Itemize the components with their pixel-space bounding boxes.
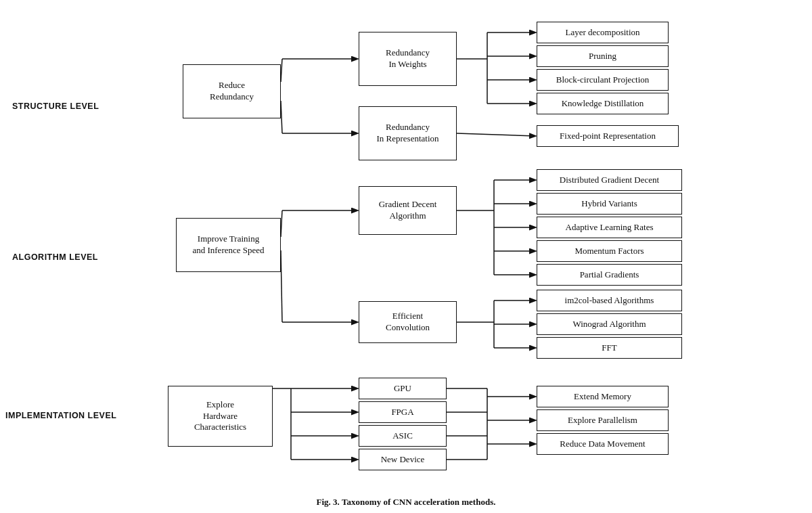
fft-box: FFT (537, 337, 682, 359)
caption-text: Taxonomy of CNN acceleration methods. (342, 497, 495, 507)
explore-parallelism-box: Explore Parallelism (537, 409, 669, 431)
block-circulant-box: Block-circulant Projection (537, 69, 669, 91)
fpga-box: FPGA (359, 401, 447, 423)
knowledge-distillation-box: Knowledge Distillation (537, 93, 669, 114)
layer-decomposition-box: Layer decomposition (537, 22, 669, 43)
extend-memory-box: Extend Memory (537, 386, 669, 407)
figure-caption: Fig. 3. Taxonomy of CNN acceleration met… (0, 497, 812, 508)
redundancy-in-representation-box: RedundancyIn Representation (359, 106, 457, 160)
structure-level-label: STRUCTURE LEVEL (12, 102, 99, 111)
implementation-level-label: IMPLEMENTATION LEVEL (5, 411, 116, 420)
improve-training-box: Improve Trainingand Inference Speed (176, 218, 281, 272)
gpu-box: GPU (359, 378, 447, 399)
efficient-convolution-box: EfficientConvolution (359, 301, 457, 343)
caption-bold: Fig. 3. (317, 497, 340, 507)
explore-hardware-box: ExploreHardwareCharacteristics (168, 386, 273, 447)
redundancy-in-weights-box: RedundancyIn Weights (359, 32, 457, 86)
svg-line-11 (281, 210, 282, 237)
svg-line-0 (281, 59, 282, 82)
diagram-container: STRUCTURE LEVEL ALGORITHM LEVEL IMPLEMEN… (0, 0, 812, 513)
adaptive-lr-box: Adaptive Learning Rates (537, 217, 682, 238)
winograd-box: Winograd Algorithm (537, 313, 682, 335)
svg-line-13 (281, 250, 282, 322)
reduce-redundancy-box: ReduceRedundancy (183, 64, 281, 118)
distributed-gradient-box: Distributed Gradient Decent (537, 169, 682, 191)
pruning-box: Pruning (537, 45, 669, 67)
hybrid-variants-box: Hybrid Variants (537, 193, 682, 215)
partial-gradients-box: Partial Gradients (537, 264, 682, 286)
svg-line-10 (457, 133, 535, 136)
fixed-point-box: Fixed-point Representation (537, 125, 679, 147)
algorithm-level-label: ALGORITHM LEVEL (12, 252, 98, 262)
reduce-data-box: Reduce Data Movement (537, 433, 669, 455)
svg-line-2 (281, 101, 282, 133)
gradient-decent-box: Gradient DecentAlgorithm (359, 186, 457, 235)
new-device-box: New Device (359, 449, 447, 470)
im2col-box: im2col-based Algorithms (537, 290, 682, 311)
momentum-box: Momentum Factors (537, 240, 682, 262)
asic-box: ASIC (359, 425, 447, 447)
